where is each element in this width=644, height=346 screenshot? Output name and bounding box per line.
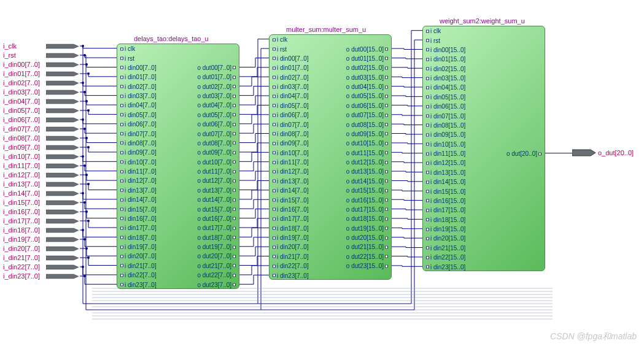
input-arrow-23 <box>46 255 80 261</box>
b1-in-9: i din07[7..0] <box>120 131 157 137</box>
svg-point-103 <box>83 275 86 277</box>
b2-in-9: i din07[7..0] <box>272 121 309 128</box>
b1-out-2: o dut00[7..0] <box>197 64 236 71</box>
svg-marker-291 <box>46 201 79 205</box>
b2-in-13: i din11[7..0] <box>272 159 309 166</box>
svg-point-79 <box>87 220 90 222</box>
b1-in-2: i din00[7..0] <box>120 64 157 71</box>
svg-point-31 <box>87 109 90 112</box>
b3-in-11: i din09[15..0] <box>425 131 465 138</box>
svg-marker-279 <box>46 90 79 94</box>
b2-out-1: o dut00[15..0] <box>346 46 389 53</box>
b2-in-20: i din18[7..0] <box>272 225 309 232</box>
b2-out-4: o dut03[15..0] <box>346 74 389 81</box>
b2-out-12: o dut11[15..0] <box>346 150 389 156</box>
b1-in-19: i din17[7..0] <box>120 225 157 231</box>
input-label-7: i_din05[7..0] <box>3 107 40 114</box>
b3-in-2: i din00[15..0] <box>425 47 465 53</box>
input-arrow-5 <box>46 90 80 95</box>
svg-marker-295 <box>46 237 79 242</box>
input-label-15: i_din13[7..0] <box>3 180 40 188</box>
input-label-25: i_din23[7..0] <box>3 272 40 280</box>
input-arrow-6 <box>46 99 80 104</box>
b2-in-23: i din21[7..0] <box>272 253 309 260</box>
b1-in-11: i din09[7..0] <box>120 149 157 156</box>
input-arrow-3 <box>46 71 80 77</box>
input-label-24: i_din22[7..0] <box>3 263 40 271</box>
b2-in-18: i din16[7..0] <box>272 206 309 213</box>
b2-out-21: o dut20[15..0] <box>346 234 389 241</box>
b2-out-8: o dut07[15..0] <box>346 112 389 118</box>
b2-in-1: i rst <box>272 46 287 53</box>
b1-out-11: o dut09[7..0] <box>197 149 236 156</box>
input-label-23: i_din21[7..0] <box>3 254 40 261</box>
b2-in-8: i din06[7..0] <box>272 112 309 118</box>
input-label-2: i_din00[7..0] <box>3 61 40 68</box>
b1-out-17: o dut15[7..0] <box>197 206 236 213</box>
svg-marker-294 <box>46 228 79 233</box>
b3-in-12: i din10[15..0] <box>425 141 465 148</box>
b2-out-6: o dut05[15..0] <box>346 93 389 99</box>
input-arrow-7 <box>46 108 80 113</box>
b2-out-18: o dut17[15..0] <box>346 206 389 213</box>
b3-in-1: i rst <box>425 37 440 44</box>
b2-in-15: i din13[7..0] <box>272 178 309 185</box>
input-label-1: i_rst <box>3 52 16 59</box>
svg-marker-276 <box>46 63 79 67</box>
svg-marker-286 <box>46 155 79 159</box>
input-label-21: i_din19[7..0] <box>3 236 40 243</box>
input-arrow-22 <box>46 246 80 252</box>
b2-in-10: i din08[7..0] <box>272 131 309 137</box>
b3-in-8: i din06[15..0] <box>425 103 465 110</box>
b2-in-0: i clk <box>272 36 287 43</box>
svg-marker-297 <box>46 256 79 260</box>
b1-in-8: i din06[7..0] <box>120 121 157 128</box>
svg-marker-288 <box>46 173 79 177</box>
b2-out-14: o dut13[15..0] <box>346 168 389 175</box>
b1-out-19: o dut17[7..0] <box>197 225 236 231</box>
b1-in-1: i rst <box>120 55 134 62</box>
b2-out-19: o dut18[15..0] <box>346 215 389 222</box>
input-label-14: i_din12[7..0] <box>3 171 40 179</box>
b3-in-24: i din22[15..0] <box>425 254 465 261</box>
b3-in-13: i din11[15..0] <box>425 150 465 157</box>
svg-marker-274 <box>46 44 79 48</box>
b3-in-9: i din07[15..0] <box>425 113 465 120</box>
svg-point-47 <box>87 146 90 148</box>
svg-marker-285 <box>46 145 79 150</box>
input-label-10: i_din08[7..0] <box>3 134 40 142</box>
input-label-4: i_din02[7..0] <box>3 79 40 87</box>
b1-out-16: o dut14[7..0] <box>197 196 236 203</box>
b2-in-3: i din01[7..0] <box>272 64 309 71</box>
svg-point-95 <box>87 256 90 259</box>
b3-in-5: i din03[15..0] <box>425 75 465 82</box>
output-port <box>572 148 597 158</box>
b1-out-7: o dut05[7..0] <box>197 112 236 118</box>
b3-in-19: i din17[15..0] <box>425 207 465 213</box>
b1-in-7: i din05[7..0] <box>120 112 157 118</box>
input-label-13: i_din11[7..0] <box>3 162 40 169</box>
b1-out-13: o dut11[7..0] <box>197 168 236 175</box>
b1-out-23: o dut21[7..0] <box>197 263 236 269</box>
svg-point-23 <box>83 91 86 93</box>
input-arrow-25 <box>46 274 80 279</box>
watermark: CSDN @fpga和matlab <box>550 331 637 342</box>
b2-in-5: i din03[7..0] <box>272 83 309 90</box>
svg-marker-300 <box>572 150 596 156</box>
block-multer-sum: i clki rsto dut00[15..0]i din00[7..0]o d… <box>269 34 392 280</box>
b1-in-10: i din08[7..0] <box>120 140 157 147</box>
b3-in-7: i din05[15..0] <box>425 94 465 101</box>
b3-in-4: i din02[15..0] <box>425 66 465 72</box>
b2-in-4: i din02[7..0] <box>272 74 309 81</box>
b1-out-9: o dut07[7..0] <box>197 131 236 137</box>
b1-out-6: o dut04[7..0] <box>197 102 236 109</box>
b2-in-16: i din14[7..0] <box>272 187 309 194</box>
b2-in-6: i din04[7..0] <box>272 93 309 99</box>
input-label-18: i_din16[7..0] <box>3 208 40 215</box>
b2-out-23: o dut22[15..0] <box>346 253 389 260</box>
b3-in-16: i din14[15..0] <box>425 179 465 185</box>
b1-out-25: o dut23[7..0] <box>197 282 236 288</box>
block-weight-sum: i clki rsti din00[15..0]i din01[15..0]i … <box>422 26 545 271</box>
svg-marker-296 <box>46 247 79 251</box>
b2-out-10: o dut09[15..0] <box>346 131 389 137</box>
